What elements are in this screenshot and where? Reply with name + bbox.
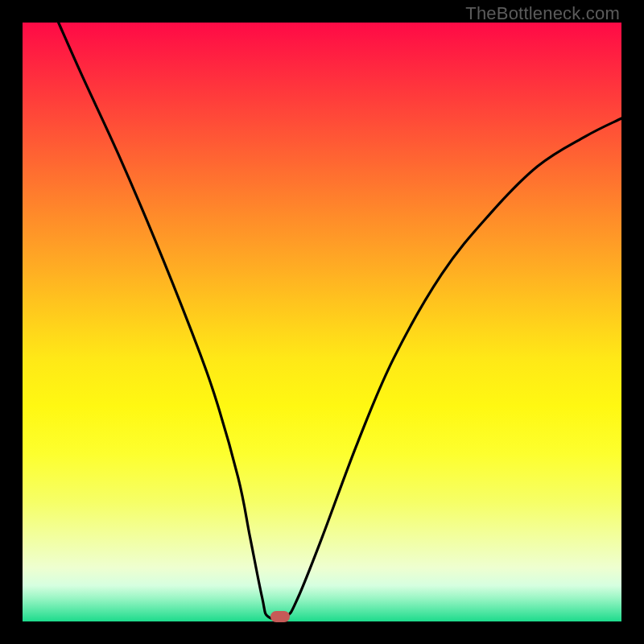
plot-area <box>23 23 621 621</box>
bottleneck-curve <box>23 23 621 621</box>
optimum-marker <box>270 611 290 622</box>
watermark-text: TheBottleneck.com <box>465 3 620 24</box>
chart-frame: TheBottleneck.com <box>0 0 644 644</box>
